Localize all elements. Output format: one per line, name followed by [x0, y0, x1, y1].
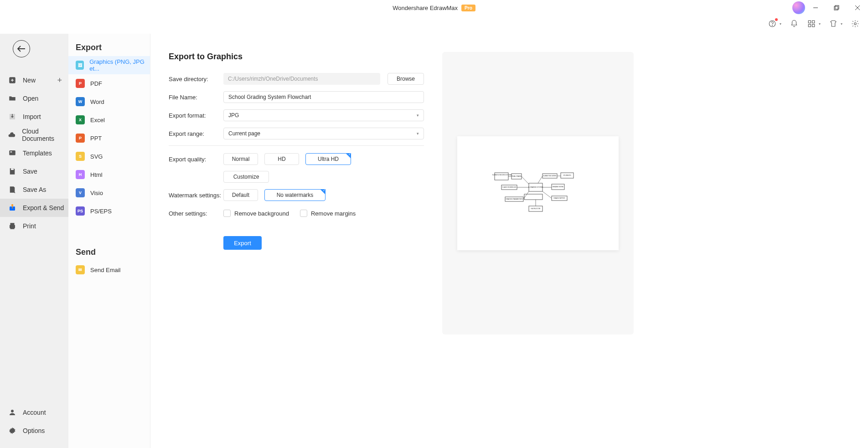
word-file-icon: W: [76, 97, 85, 106]
preview-box: STUDENTS RECORD SYSTEM FINAL GRADE SUBMI…: [442, 52, 634, 335]
filename-input[interactable]: [223, 91, 424, 103]
nav-save[interactable]: Save: [0, 162, 68, 180]
export-word[interactable]: W Word: [68, 93, 150, 111]
content-area: Export to Graphics Save directory: Brows…: [150, 34, 868, 448]
quality-label: Export quality:: [169, 156, 223, 163]
help-dropdown-caret[interactable]: ▾: [780, 22, 781, 26]
templates-icon: [7, 148, 17, 158]
minimize-button[interactable]: [805, 0, 826, 15]
svg-point-11: [854, 23, 857, 25]
back-button[interactable]: [13, 40, 30, 57]
nav-print[interactable]: Print: [0, 217, 68, 235]
svg-text:SUBMITTED WORK: SUBMITTED WORK: [543, 175, 557, 177]
nav-options[interactable]: Options: [0, 422, 68, 440]
nav-saveas-label: Save As: [23, 186, 46, 193]
quality-hd-button[interactable]: HD: [264, 153, 299, 165]
svg-point-17: [11, 410, 14, 412]
nav-open[interactable]: Open: [0, 89, 68, 108]
nav-account[interactable]: Account: [0, 403, 68, 422]
plus-icon[interactable]: +: [57, 76, 62, 85]
bell-icon[interactable]: [790, 19, 799, 28]
shirt-dropdown-caret[interactable]: ▾: [841, 22, 842, 26]
svg-line-41: [522, 176, 529, 184]
quality-ultrahd-button[interactable]: Ultra HD: [305, 153, 351, 165]
close-button[interactable]: [847, 0, 868, 15]
svg-text:STUDENTS: STUDENTS: [563, 175, 571, 176]
send-email-label: Send Email: [90, 267, 120, 273]
apps-dropdown-caret[interactable]: ▾: [819, 22, 821, 26]
range-label: Export range:: [169, 130, 223, 137]
svg-text:GRADED WORK: GRADED WORK: [553, 186, 564, 188]
svg-rect-13: [9, 150, 16, 155]
export-button[interactable]: Export: [223, 236, 262, 250]
app-title: Wondershare EdrawMax: [393, 5, 458, 11]
svg-text:E-GRADING SYSTEM: E-GRADING SYSTEM: [528, 186, 543, 188]
apps-icon[interactable]: [807, 19, 816, 28]
arrow-left-icon: [17, 46, 26, 52]
watermark-none-button[interactable]: No watermarks: [264, 189, 326, 201]
export-pseps[interactable]: PS PS/EPS: [68, 202, 150, 220]
remove-margins-checkbox[interactable]: Remove margins: [300, 210, 356, 217]
export-html[interactable]: H Html: [68, 165, 150, 184]
svg-text:GRADE REPORT: GRADE REPORT: [553, 197, 565, 199]
save-directory-input[interactable]: [223, 73, 380, 85]
svg-text:CLASS SCHEDULES: CLASS SCHEDULES: [502, 186, 517, 188]
export-ppt-label: PPT: [90, 135, 102, 142]
nav-secondary: Export 🖼 Graphics (PNG, JPG et... P PDF …: [68, 34, 150, 448]
nav-open-label: Open: [23, 95, 38, 102]
nav-cloud[interactable]: Cloud Documents: [0, 126, 68, 144]
pdf-file-icon: P: [76, 79, 85, 88]
export-html-label: Html: [90, 171, 103, 178]
svg-file-icon: S: [76, 152, 85, 161]
nav-exportsend[interactable]: Export & Send: [0, 199, 68, 217]
range-select[interactable]: Current page ▾: [223, 128, 424, 139]
send-heading: Send: [68, 247, 150, 257]
format-value: JPG: [228, 112, 239, 118]
nav-save-label: Save: [23, 168, 37, 175]
maximize-button[interactable]: [826, 0, 847, 15]
format-select[interactable]: JPG ▾: [223, 109, 424, 121]
visio-file-icon: V: [76, 188, 85, 197]
svg-rect-9: [808, 25, 811, 27]
user-icon: [7, 407, 17, 417]
remove-background-checkbox[interactable]: Remove background: [223, 210, 289, 217]
export-pseps-label: PS/EPS: [90, 208, 112, 215]
export-pdf[interactable]: P PDF: [68, 74, 150, 93]
export-excel[interactable]: X Excel: [68, 111, 150, 129]
watermark-default-button[interactable]: Default: [223, 189, 258, 201]
export-pdf-label: PDF: [90, 80, 102, 87]
export-graphics[interactable]: 🖼 Graphics (PNG, JPG et...: [68, 56, 150, 74]
shirt-icon[interactable]: [829, 19, 838, 28]
send-email[interactable]: ✉ Send Email: [68, 261, 150, 279]
browse-button[interactable]: Browse: [388, 73, 424, 85]
nav-import-label: Import: [23, 113, 41, 120]
nav-exportsend-label: Export & Send: [23, 204, 64, 211]
quality-customize-button[interactable]: Customize: [223, 171, 269, 183]
help-icon[interactable]: [768, 19, 777, 28]
export-ppt[interactable]: P PPT: [68, 129, 150, 147]
user-avatar[interactable]: [792, 1, 805, 14]
graphics-file-icon: 🖼: [76, 61, 84, 70]
export-visio[interactable]: V Visio: [68, 184, 150, 202]
export-icon: [7, 203, 17, 213]
filename-label: File Name:: [169, 94, 223, 101]
quality-normal-button[interactable]: Normal: [223, 153, 258, 165]
caret-down-icon: ▾: [417, 131, 419, 136]
nav-new-label: New: [23, 77, 36, 84]
nav-primary: New + Open Import Cloud Documents Templa…: [0, 34, 68, 448]
html-file-icon: H: [76, 170, 85, 179]
plus-square-icon: [7, 75, 17, 85]
nav-new[interactable]: New +: [0, 71, 68, 89]
export-svg[interactable]: S SVG: [68, 147, 150, 165]
nav-import[interactable]: Import: [0, 108, 68, 126]
nav-templates[interactable]: Templates: [0, 144, 68, 162]
import-icon: [7, 112, 17, 122]
gear-icon[interactable]: [851, 19, 860, 28]
nav-saveas[interactable]: Save As: [0, 180, 68, 199]
nav-templates-label: Templates: [23, 149, 52, 157]
range-value: Current page: [228, 130, 260, 137]
nav-cloud-label: Cloud Documents: [22, 128, 68, 142]
remove-bg-label: Remove background: [234, 210, 289, 217]
flowchart-preview-icon: STUDENTS RECORD SYSTEM FINAL GRADE SUBMI…: [492, 166, 584, 221]
export-excel-label: Excel: [90, 117, 105, 124]
